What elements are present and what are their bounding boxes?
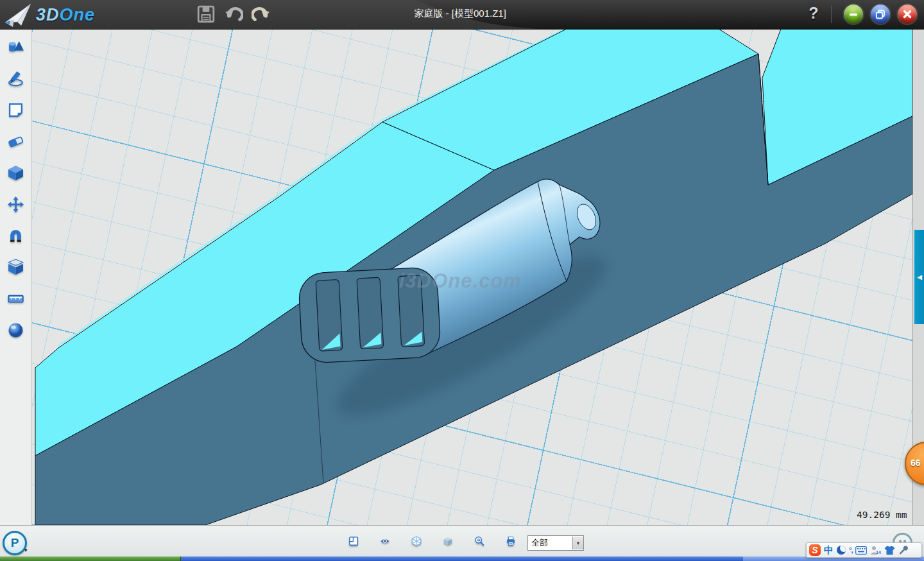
watermark: i3DOne.com [399, 270, 522, 292]
minus-icon [848, 9, 859, 19]
magnifier-icon [474, 533, 484, 549]
sidebar-item-special-deform[interactable] [2, 132, 30, 150]
close-button[interactable] [898, 4, 917, 24]
wireframe-cube-icon [411, 533, 422, 549]
ime-toolbar[interactable]: S 中 °, 14 [806, 542, 922, 558]
brand-text: 3DOne [36, 5, 95, 25]
title-bar: 3DOne 家庭版 - [模型001.Z1] ? [0, 0, 924, 30]
community-badge-count: 66 [911, 458, 921, 468]
eye-icon [380, 533, 390, 549]
eraser-icon [7, 133, 24, 150]
model-scene: i3DOne.com 49.269 mm [32, 29, 912, 525]
display-filter-value: 全部 [528, 537, 572, 549]
printer-icon [506, 533, 516, 549]
panel-expand-tab[interactable]: ◀ [914, 230, 924, 324]
profile-badge[interactable]: P [3, 531, 27, 555]
open-box-icon [7, 259, 24, 276]
zoom-button[interactable] [470, 532, 488, 550]
ime-account-icon[interactable]: 14 [870, 546, 881, 555]
taskbar-edge[interactable] [0, 557, 924, 561]
taskbar-active-app-segment[interactable] [0, 557, 181, 561]
profile-dropdown-arrow[interactable]: ▾ [24, 547, 28, 553]
restore-button[interactable] [871, 4, 890, 24]
viewport-3d[interactable]: i3DOne.com 49.269 mm [32, 29, 912, 525]
restore-squares-icon [875, 9, 886, 19]
basic-solids-icon [7, 39, 24, 56]
view-layout-button[interactable] [345, 532, 363, 550]
curled-sheet-icon [7, 101, 24, 119]
move-arrows-icon [7, 196, 24, 213]
print-button[interactable] [502, 532, 520, 550]
grid-scale-label: 49.269 mm [857, 510, 907, 520]
sogou-logo-icon[interactable]: S [809, 544, 821, 556]
sidebar-item-sketch-surface[interactable] [2, 101, 30, 119]
sidebar-item-measure-gauge[interactable] [2, 289, 30, 307]
ime-skin-shirt-icon[interactable] [884, 546, 895, 555]
minimize-button[interactable] [844, 4, 863, 24]
ime-settings-wrench-icon[interactable] [898, 546, 908, 555]
redo-icon[interactable] [252, 4, 271, 24]
shaded-cube-icon [443, 533, 453, 549]
sketch-pencil-icon [7, 70, 24, 87]
save-icon[interactable] [196, 4, 216, 24]
sidebar-item-magnet-assembly[interactable] [2, 227, 30, 245]
bottom-toolbar: P ▾ [0, 525, 924, 557]
undo-icon[interactable] [224, 4, 243, 24]
svg-text:14: 14 [876, 550, 881, 555]
ime-half-shape-moon-icon[interactable] [837, 546, 846, 555]
left-toolbar [0, 29, 32, 525]
ime-keyboard-icon[interactable] [855, 546, 867, 555]
shaded-display-button[interactable] [439, 532, 457, 550]
cube-icon [7, 164, 24, 182]
visibility-button[interactable] [376, 532, 394, 550]
titlebar-separator [831, 5, 832, 23]
close-x-icon [902, 9, 912, 19]
ime-lang-mode[interactable]: 中 [824, 544, 834, 557]
magnet-icon [7, 227, 24, 245]
view-layout-icon [348, 533, 359, 549]
sidebar-item-sketch-draw[interactable] [2, 69, 30, 87]
measure-icon [7, 290, 24, 307]
app-window: 3DOne 家庭版 - [模型001.Z1] ? [0, 0, 924, 561]
help-button[interactable]: ? [805, 4, 823, 22]
ime-punctuation-icon[interactable]: °, [849, 546, 852, 554]
sidebar-item-basic-solids[interactable] [2, 38, 30, 56]
sphere-icon [7, 322, 24, 339]
collapse-left-icon: ◀ [917, 273, 922, 280]
display-filter-select[interactable]: 全部 ▾ [527, 535, 584, 551]
sidebar-item-combine-edit[interactable] [2, 258, 30, 276]
wireframe-display-button[interactable] [407, 532, 425, 550]
sidebar-item-move-transform[interactable] [2, 195, 30, 213]
sidebar-item-feature-modeling[interactable] [2, 164, 30, 182]
window-title: 家庭版 - [模型001.Z1] [414, 8, 506, 20]
sidebar-item-material-render[interactable] [2, 321, 30, 339]
view-tools [345, 532, 520, 550]
dropdown-arrow-icon[interactable]: ▾ [572, 537, 583, 549]
app-logo: 3DOne [4, 2, 95, 28]
paper-plane-icon [4, 2, 32, 28]
